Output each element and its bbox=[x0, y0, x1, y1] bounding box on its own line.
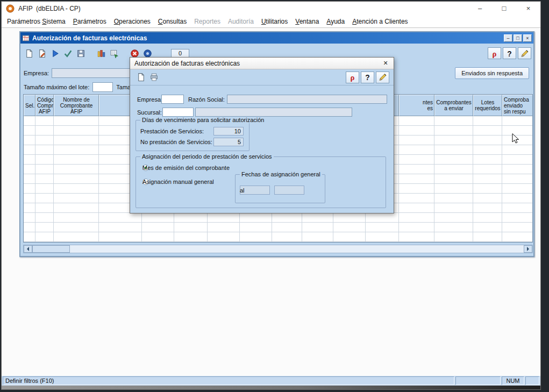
table-cell bbox=[24, 165, 35, 174]
shortcuts-button[interactable] bbox=[518, 47, 531, 59]
confirm-button[interactable] bbox=[61, 47, 74, 60]
menu-item-atención-a-clientes[interactable]: Atención a Clientes bbox=[348, 16, 411, 27]
table-cell bbox=[333, 213, 366, 222]
sucursal-field[interactable] bbox=[162, 108, 194, 117]
table-cell bbox=[35, 232, 54, 241]
menu-item-operaciones[interactable]: Operaciones bbox=[110, 16, 154, 27]
properties-button[interactable] bbox=[35, 47, 48, 60]
printer-icon bbox=[149, 73, 159, 82]
table-cell bbox=[24, 194, 35, 203]
save-button[interactable] bbox=[74, 47, 87, 60]
table-cell bbox=[24, 184, 35, 193]
column-header-15[interactable]: Comprobaenviadosin respu bbox=[502, 95, 533, 116]
scroll-left-button[interactable] bbox=[24, 245, 32, 253]
column-header-0[interactable]: Sel. bbox=[24, 95, 35, 116]
column-header-14[interactable]: Lotesrequeridos bbox=[473, 95, 502, 116]
table-row[interactable] bbox=[24, 232, 532, 242]
table-row[interactable] bbox=[24, 223, 532, 232]
help-button[interactable]: ? bbox=[361, 72, 374, 83]
horizontal-scrollbar[interactable] bbox=[23, 245, 533, 253]
child-maximize-button[interactable]: □ bbox=[514, 34, 522, 42]
table-cell bbox=[473, 174, 502, 183]
column-header-2[interactable]: Nombre deComprobanteAFIP bbox=[54, 95, 99, 116]
table-cell bbox=[399, 174, 434, 183]
fechas-group-title: Fechas de asignación general bbox=[240, 171, 322, 177]
menu-item-ayuda[interactable]: Ayuda bbox=[323, 16, 348, 27]
table-cell bbox=[399, 203, 434, 212]
table-cell bbox=[399, 213, 434, 222]
menu-item-parámetros-sistema[interactable]: Parámetros Sistema bbox=[3, 16, 69, 27]
table-cell bbox=[434, 232, 473, 241]
print-button[interactable] bbox=[147, 71, 160, 84]
titlebar[interactable]: AFIP (dbELDIA - CP) – □ × bbox=[2, 2, 540, 16]
table-cell bbox=[473, 165, 502, 174]
dialog-titlebar[interactable]: Autorización de facturas electrónicas × bbox=[130, 58, 394, 69]
table-cell bbox=[54, 136, 99, 145]
lote-counter-field: 0 bbox=[171, 49, 189, 58]
new-document-button[interactable] bbox=[134, 71, 147, 84]
dialog-close-button[interactable]: × bbox=[377, 58, 394, 69]
dialog-empresa-field[interactable] bbox=[161, 95, 184, 104]
razon-social-label: Razón Social: bbox=[188, 96, 225, 103]
help-button[interactable]: ? bbox=[503, 47, 516, 59]
exit-button[interactable]: ρ bbox=[346, 72, 359, 83]
fechas-groupbox: Fechas de asignación general al bbox=[235, 174, 325, 203]
database-view-button[interactable] bbox=[95, 47, 108, 60]
statusbar-resize-corner bbox=[525, 376, 539, 385]
column-header-1[interactable]: CódigoComprob.AFIP bbox=[35, 95, 54, 116]
table-cell bbox=[24, 223, 35, 232]
table-cell bbox=[302, 213, 333, 222]
column-header-13[interactable]: Comprobantesa enviar bbox=[434, 95, 473, 116]
export-grid-button[interactable] bbox=[108, 47, 120, 60]
minimize-button[interactable]: – bbox=[468, 2, 492, 16]
table-cell bbox=[35, 194, 54, 203]
enviados-sin-respuesta-button[interactable]: Enviados sin respuesta bbox=[455, 67, 529, 79]
table-cell bbox=[54, 126, 99, 135]
play-icon bbox=[51, 49, 60, 58]
menu-item-consultas[interactable]: Consultas bbox=[154, 16, 190, 27]
column-header-12[interactable]: nteses bbox=[399, 95, 434, 116]
table-cell bbox=[302, 223, 333, 232]
menu-item-ventana[interactable]: Ventana bbox=[291, 16, 323, 27]
app-window: AFIP (dbELDIA - CP) – □ × Parámetros Sis… bbox=[1, 1, 541, 390]
no-prestacion-dias-field[interactable]: 5 bbox=[213, 138, 244, 146]
close-button[interactable]: × bbox=[516, 2, 540, 16]
table-cell bbox=[240, 213, 272, 222]
table-cell bbox=[272, 213, 302, 222]
table-cell bbox=[399, 165, 434, 174]
table-cell bbox=[399, 145, 434, 154]
sucursal-label: Sucursal: bbox=[137, 109, 162, 116]
menubar: Parámetros SistemaParámetrosOperacionesC… bbox=[2, 16, 540, 28]
menu-item-auditoría: Auditoría bbox=[224, 16, 258, 27]
scrollbar-thumb[interactable] bbox=[32, 245, 70, 253]
table-cell bbox=[54, 174, 99, 183]
scrollbar-track[interactable] bbox=[70, 245, 524, 253]
run-button[interactable] bbox=[48, 47, 61, 60]
vencimiento-group-title: Días de vencimiento para solicitar autor… bbox=[140, 117, 266, 123]
table-cell bbox=[473, 223, 502, 232]
child-close-button[interactable]: × bbox=[523, 34, 532, 42]
child-window-icon bbox=[22, 34, 30, 42]
exit-button[interactable]: ρ bbox=[488, 47, 501, 59]
child-toolbar-right: ρ? bbox=[486, 47, 531, 59]
menu-item-parámetros[interactable]: Parámetros bbox=[69, 16, 110, 27]
maximize-button[interactable]: □ bbox=[492, 2, 516, 16]
left-arrow-icon bbox=[25, 247, 29, 251]
table-cell bbox=[35, 126, 54, 135]
new-document-button[interactable] bbox=[23, 47, 35, 60]
child-minimize-button[interactable]: – bbox=[504, 34, 512, 42]
table-row[interactable] bbox=[24, 213, 532, 223]
menu-item-utilitarios[interactable]: Utilitarios bbox=[258, 16, 291, 27]
table-cell bbox=[502, 203, 533, 212]
tamano-maximo-label: Tamaño máximo del lote: bbox=[24, 84, 89, 90]
table-cell bbox=[99, 213, 142, 222]
table-cell bbox=[434, 136, 473, 145]
scroll-right-button[interactable] bbox=[524, 245, 532, 253]
prestacion-dias-field[interactable]: 10 bbox=[213, 127, 244, 136]
table-cell bbox=[473, 194, 502, 203]
child-window-titlebar[interactable]: Autorización de facturas electrónicas – … bbox=[20, 32, 533, 44]
shortcuts-button[interactable] bbox=[376, 72, 389, 83]
table-cell bbox=[99, 223, 142, 232]
tamano-maximo-field[interactable] bbox=[92, 82, 113, 92]
table-cell bbox=[399, 116, 434, 125]
